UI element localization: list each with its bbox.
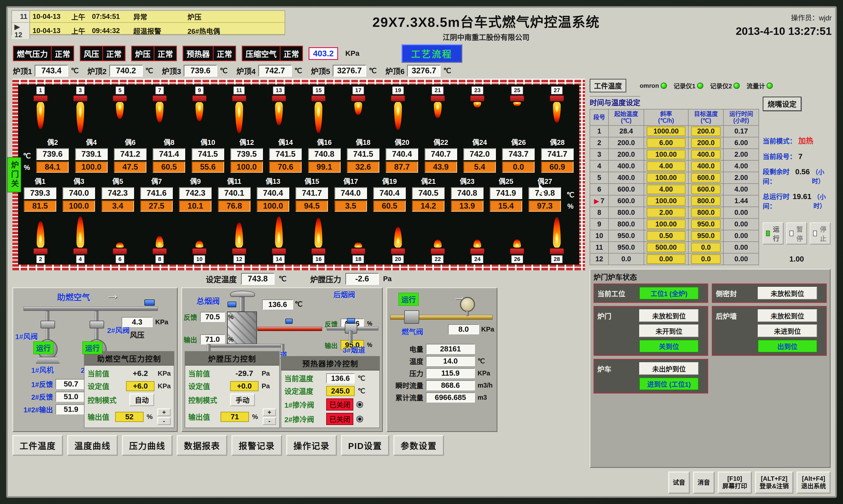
schedule-editable-cell[interactable]: 100.00 <box>647 150 685 159</box>
gas-valve-run-status: 运行 <box>398 293 419 306</box>
chamber-pressure-value: -2.6 <box>345 273 379 285</box>
schedule-editable-cell[interactable]: 200.0 <box>691 138 721 148</box>
schedule-editable-cell[interactable]: 6.00 <box>647 138 685 148</box>
temp-unit: ℃ <box>145 67 153 75</box>
burner-brick-icon <box>113 248 127 254</box>
door-state: 未开到位 <box>639 325 699 337</box>
burner-setting-button[interactable]: 烧嘴设定 <box>763 96 802 111</box>
stop-button[interactable]: 停止 <box>810 222 831 245</box>
comm-indicator: 流量计 <box>747 81 773 90</box>
schedule-editable-cell[interactable]: 800.0 <box>691 196 721 206</box>
schedule-editable-cell[interactable]: 100.00 <box>647 173 685 182</box>
burner-number: 3 <box>76 87 85 94</box>
burner-brick-icon <box>73 248 88 254</box>
nav-button[interactable]: PID设置 <box>341 435 389 456</box>
workpiece-temp-button[interactable]: 工件温度 <box>590 79 626 92</box>
schedule-editable-cell[interactable]: 800.0 <box>691 208 721 217</box>
nav-button[interactable]: 压力曲线 <box>122 435 173 456</box>
burner: 22 <box>419 215 457 264</box>
increase-button[interactable]: + <box>157 409 171 416</box>
decrease-button[interactable]: - <box>263 417 276 425</box>
feedback-value: 51.9 <box>55 404 87 414</box>
schedule-row: 120.00.000.00.00 <box>590 253 759 265</box>
schedule-editable-cell[interactable]: 950.0 <box>691 219 721 229</box>
nav-button[interactable]: 温度曲线 <box>67 435 118 456</box>
furnace-top-temp: 炉顶1743.4℃ <box>13 65 78 77</box>
burner: 28 <box>538 215 576 264</box>
thermocouple-output: 100.0 <box>257 200 289 212</box>
schedule-row: 10950.00.50950.00.00 <box>590 230 759 242</box>
schedule-editable-cell[interactable]: 600.0 <box>691 173 721 182</box>
run-button[interactable]: 运行 <box>763 222 784 245</box>
status-light-icon <box>734 83 740 89</box>
pause-button[interactable]: 暂停 <box>786 222 807 245</box>
schedule-editable-cell[interactable]: 2.00 <box>647 208 685 217</box>
set-value-field[interactable]: +0.0 <box>230 381 258 391</box>
burner-number: 23 <box>472 87 483 94</box>
alarm-row[interactable]: 1110-04-13上午07:54:51异常炉压 <box>12 11 285 23</box>
system-button[interactable]: [F10] 屏幕打印 <box>718 471 752 494</box>
furnace-top-temp: 炉顶3739.6℃ <box>162 65 228 77</box>
alarm-row[interactable]: ▶ 1210-04-13上午09:44:32超温报警26#热电偶 <box>12 23 285 35</box>
schedule-editable-cell[interactable]: 0.0 <box>691 254 721 264</box>
thermocouple-label: 偶24 <box>472 137 487 147</box>
current-value-label: 当前值 <box>88 368 123 379</box>
schedule-editable-cell[interactable]: 4.00 <box>647 161 685 171</box>
schedule-editable-cell[interactable]: 1000.00 <box>647 127 685 136</box>
schedule-editable-cell[interactable]: 4.00 <box>647 185 685 194</box>
system-button[interactable]: [ALT+F2] 登录&注销 <box>755 471 793 494</box>
schedule-editable-cell[interactable]: 100.00 <box>647 196 685 206</box>
schedule-row: 9800.0100.00950.00.00 <box>590 218 759 230</box>
door-state: 未放松到位 <box>758 309 817 322</box>
schedule-editable-cell[interactable]: 0.0 <box>691 243 721 252</box>
thermocouple-cell: 偶15741.794.5 <box>293 176 331 212</box>
system-button[interactable]: 消音 <box>693 471 715 494</box>
schedule-cell: 400.0 <box>609 172 644 184</box>
furnace-top-temps: 炉顶1743.4℃炉顶2740.2℃炉顶3739.6℃炉顶4742.7℃炉顶53… <box>11 65 832 77</box>
schedule-editable-cell[interactable]: 400.0 <box>691 150 721 159</box>
current-mode-value: 加热 <box>798 135 813 146</box>
alarm-row-number: ▶ 12 <box>12 23 30 39</box>
set-value-field[interactable]: +6.0 <box>126 381 155 391</box>
alarm-list[interactable]: 1110-04-13上午07:54:51异常炉压▶ 1210-04-13上午09… <box>11 10 285 35</box>
schedule-cell: 6.00 <box>723 137 759 149</box>
burner: 6 <box>101 215 139 264</box>
schedule-cell: 200.0 <box>688 125 723 137</box>
output-value-field[interactable]: 52 <box>115 412 144 422</box>
schedule-editable-cell[interactable]: 500.00 <box>647 243 685 252</box>
status-light-icon <box>767 83 773 89</box>
schedule-editable-cell[interactable]: 200.0 <box>691 127 721 136</box>
precool-value[interactable]: 245.0 <box>326 386 355 396</box>
valve-closed-button[interactable]: 已关闭 <box>326 413 353 425</box>
schedule-editable-cell[interactable]: 400.0 <box>691 161 721 171</box>
set-unit: Pa <box>262 382 270 390</box>
hot-gas-pipe <box>257 327 322 331</box>
decrease-button[interactable]: - <box>157 417 171 425</box>
output-value-field[interactable]: 71 <box>220 412 249 422</box>
nav-button[interactable]: 参数设置 <box>393 435 444 456</box>
flame-icon <box>473 240 481 248</box>
mode-button[interactable]: 自动 <box>129 394 154 406</box>
schedule-editable-cell[interactable]: 600.0 <box>691 185 721 194</box>
burner: 7 <box>141 86 179 134</box>
system-button[interactable]: 试音 <box>668 471 690 494</box>
mode-button[interactable]: 手动 <box>230 394 255 406</box>
gas-meter-value: 868.6 <box>426 380 475 390</box>
burner-brick-icon <box>33 248 48 254</box>
door-status-group: 后炉墙未放松到位未进到位出到位 <box>712 306 827 356</box>
nav-button[interactable]: 数据报表 <box>177 435 227 456</box>
schedule-editable-cell[interactable]: 950.0 <box>691 231 721 241</box>
process-flow-button[interactable]: 工艺流程 <box>401 44 462 63</box>
flame-icon <box>156 102 163 123</box>
nav-button[interactable]: 报警记录 <box>231 435 282 456</box>
valve-closed-button[interactable]: 已关闭 <box>326 398 353 411</box>
schedule-editable-cell[interactable]: 0.50 <box>647 231 685 241</box>
nav-button[interactable]: 操作记录 <box>286 435 337 456</box>
increase-button[interactable]: + <box>263 409 276 416</box>
nav-button[interactable]: 工件温度 <box>12 435 63 456</box>
schedule-editable-cell[interactable]: 100.00 <box>647 219 685 229</box>
schedule-editable-cell[interactable]: 0.00 <box>647 254 685 264</box>
alarm-ampm: 上午 <box>69 12 89 22</box>
flue-temp-value: 136.6 <box>262 300 293 310</box>
system-button[interactable]: [Alt+F4] 退出系统 <box>796 471 831 494</box>
